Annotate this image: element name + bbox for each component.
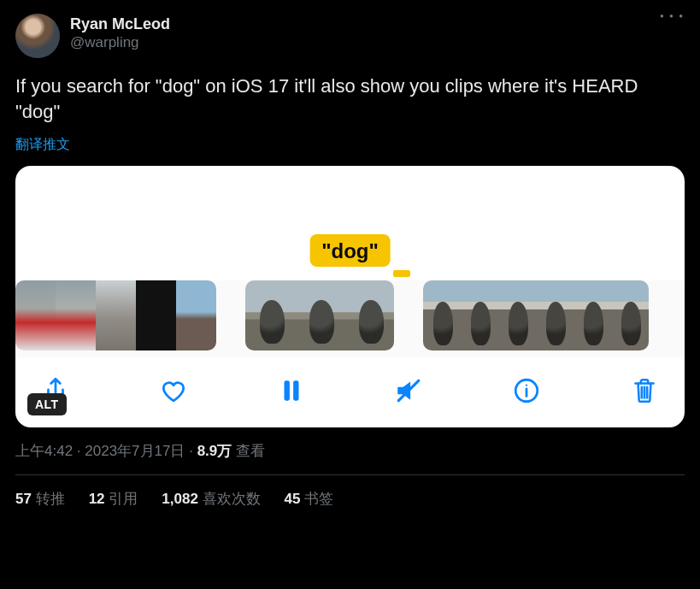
trash-icon[interactable] xyxy=(626,373,662,409)
svg-rect-0 xyxy=(284,381,289,401)
stat-bookmarks[interactable]: 45 书签 xyxy=(285,489,334,509)
clip-thumb[interactable] xyxy=(176,280,216,350)
tweet-media[interactable]: "dog" xyxy=(15,166,685,427)
post-date[interactable]: 2023年7月17日 xyxy=(85,443,185,459)
tweet-text: If you search for "dog" on iOS 17 it'll … xyxy=(15,74,685,124)
tweet: Ryan McLeod @warpling ● ● ● If you searc… xyxy=(0,0,700,509)
author-block: Ryan McLeod @warpling xyxy=(70,15,170,51)
svg-point-5 xyxy=(526,385,527,386)
tweet-meta: 上午4:42 · 2023年7月17日 · 8.9万 查看 xyxy=(15,441,685,461)
stat-retweets[interactable]: 57 转推 xyxy=(15,489,65,509)
tweet-header: Ryan McLeod @warpling ● ● ● xyxy=(15,12,685,58)
clip-thumb[interactable] xyxy=(536,280,574,350)
clip-thumb[interactable] xyxy=(461,280,498,350)
alt-badge[interactable]: ALT xyxy=(27,393,67,415)
clip-thumb[interactable] xyxy=(611,280,649,350)
display-name[interactable]: Ryan McLeod xyxy=(70,15,170,34)
svg-rect-1 xyxy=(293,381,298,401)
info-icon[interactable] xyxy=(509,373,544,409)
clip-thumb[interactable] xyxy=(344,280,394,350)
clip-thumb[interactable] xyxy=(56,280,96,350)
stat-quotes[interactable]: 12 引用 xyxy=(89,489,138,509)
clip-group-2[interactable] xyxy=(245,280,394,350)
clip-thumb[interactable] xyxy=(245,280,295,350)
handle[interactable]: @warpling xyxy=(70,34,170,51)
clip-thumb[interactable] xyxy=(136,280,176,350)
mute-icon[interactable] xyxy=(391,373,426,409)
translate-link[interactable]: 翻译推文 xyxy=(15,136,70,154)
clip-thumb[interactable] xyxy=(96,280,136,350)
tweet-stats: 57 转推 12 引用 1,082 喜欢次数 45 书签 xyxy=(15,489,685,509)
caption-bubble: "dog" xyxy=(309,234,391,267)
clip-group-3[interactable] xyxy=(423,280,649,350)
timeline-marker xyxy=(393,270,410,277)
views-label: 查看 xyxy=(236,443,265,459)
pause-icon[interactable] xyxy=(274,373,309,409)
timeline-strip[interactable] xyxy=(15,280,685,357)
clip-thumb[interactable] xyxy=(574,280,611,350)
stat-likes[interactable]: 1,082 喜欢次数 xyxy=(162,489,260,509)
clip-thumb[interactable] xyxy=(15,280,56,350)
clip-group-1[interactable] xyxy=(15,280,216,350)
avatar[interactable] xyxy=(15,14,60,58)
caption-bubble-row: "dog" xyxy=(15,234,685,280)
post-time[interactable]: 上午4:42 xyxy=(15,443,73,459)
more-button[interactable]: ● ● ● xyxy=(660,12,685,20)
clip-thumb[interactable] xyxy=(423,280,461,350)
heart-icon[interactable] xyxy=(156,373,191,409)
views-count: 8.9万 xyxy=(197,443,232,459)
media-toolbar xyxy=(15,357,685,427)
divider xyxy=(15,474,685,475)
clip-thumb[interactable] xyxy=(498,280,536,350)
clip-thumb[interactable] xyxy=(295,280,344,350)
